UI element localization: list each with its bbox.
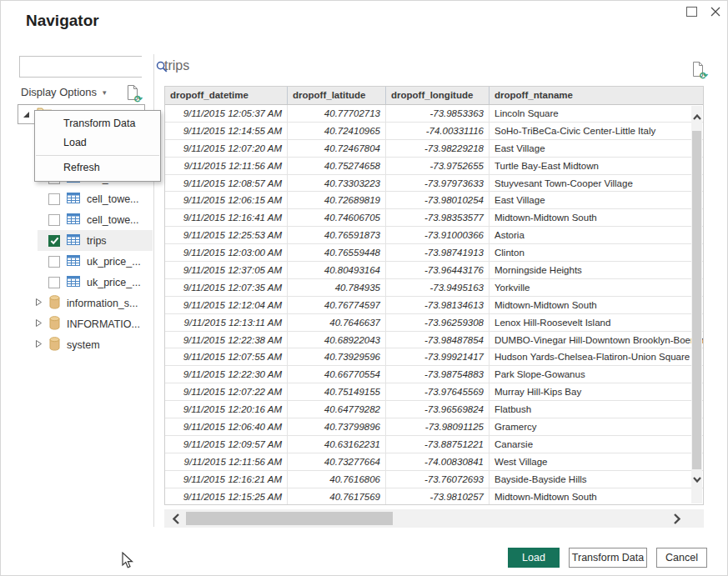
table-cell: 9/11/2015 12:07:22 AM — [165, 383, 288, 400]
checkbox[interactable] — [48, 193, 60, 205]
checkbox[interactable] — [48, 214, 60, 226]
table-cell: 9/11/2015 12:07:35 AM — [165, 279, 288, 296]
transform-data-button[interactable]: Transform Data — [569, 548, 647, 568]
table-row: 9/11/2015 12:16:41 AM40.74606705-73.9835… — [165, 209, 703, 227]
table-cell: Flatbush — [490, 401, 703, 418]
table-cell: -73.98091125 — [386, 418, 490, 435]
table-cell: 9/11/2015 12:13:11 AM — [165, 314, 288, 331]
tree-item-label: system — [67, 339, 100, 351]
chevron-right-icon[interactable] — [35, 298, 43, 309]
table-cell: Gramercy — [490, 418, 703, 435]
table-row: 9/11/2015 12:22:30 AM40.66770554-73.9875… — [165, 366, 703, 383]
vertical-scrollbar[interactable] — [691, 106, 702, 503]
table-row: 9/11/2015 12:11:56 AM40.75274658-73.9752… — [165, 158, 703, 175]
table-cell: 40.74606705 — [288, 209, 386, 226]
chevron-right-icon[interactable] — [35, 339, 43, 351]
tree-item-label: INFORMATIO... — [67, 318, 140, 330]
checkbox[interactable] — [48, 256, 60, 268]
table-cell: 40.66770554 — [288, 366, 386, 383]
chevron-right-icon[interactable] — [35, 318, 43, 330]
grid-header-row: dropoff_datetimedropoff_latitudedropoff_… — [165, 87, 703, 105]
sidebar-item-cell-towe-[interactable]: cell_towe... — [18, 188, 153, 209]
table-cell: 40.73303223 — [288, 175, 386, 192]
search-input[interactable] — [20, 57, 156, 77]
table-cell: 9/11/2015 12:11:56 AM — [165, 453, 288, 470]
checkbox[interactable] — [48, 277, 60, 288]
sidebar-item-system[interactable]: system — [18, 334, 153, 355]
sidebar-item-trips[interactable]: trips — [18, 230, 153, 251]
scroll-down-icon[interactable] — [691, 473, 702, 485]
table-cell: Midtown-Midtown South — [490, 209, 703, 226]
scroll-left-icon[interactable] — [169, 509, 183, 528]
table-cell: Bayside-Bayside Hills — [490, 471, 703, 488]
horizontal-scrollbar[interactable] — [164, 509, 704, 528]
table-cell: 9/11/2015 12:14:55 AM — [165, 123, 288, 139]
table-cell: 9/11/2015 12:11:56 AM — [165, 158, 288, 174]
table-cell: 9/11/2015 12:05:37 AM — [165, 105, 288, 122]
sidebar-item-uk-price-[interactable]: uk_price_... — [18, 251, 153, 272]
refresh-preview-icon[interactable]: ⟳ — [126, 84, 140, 101]
table-row: 9/11/2015 12:08:57 AM40.73303223-73.9797… — [165, 175, 703, 193]
table-cell: East Village — [490, 140, 703, 157]
table-cell: 9/11/2015 12:12:04 AM — [165, 297, 288, 313]
table-cell: 40.76559448 — [288, 244, 386, 261]
table-cell: SoHo-TriBeCa-Civic Center-Little Italy — [490, 123, 703, 139]
table-cell: -73.9853363 — [386, 105, 490, 122]
column-header-dropoff_datetime[interactable]: dropoff_datetime — [165, 87, 288, 104]
table-cell: -73.9495163 — [386, 279, 490, 296]
sidebar-item-uk-price-[interactable]: uk_price_... — [18, 272, 153, 293]
scroll-up-icon[interactable] — [691, 111, 702, 123]
column-header-dropoff_latitude[interactable]: dropoff_latitude — [288, 87, 386, 104]
refresh-preview-pane-icon[interactable]: ⟳ — [691, 61, 705, 78]
table-cell: -73.96443176 — [386, 262, 490, 278]
table-cell: -73.99921417 — [386, 348, 490, 365]
table-cell: -73.91000366 — [386, 227, 490, 243]
table-row: 9/11/2015 12:07:20 AM40.72467804-73.9822… — [165, 140, 703, 158]
table-cell: -73.98754883 — [386, 366, 490, 383]
table-cell: 9/11/2015 12:03:00 AM — [165, 244, 288, 261]
sidebar-item-information-s-[interactable]: information_s... — [18, 293, 153, 313]
database-icon — [49, 295, 60, 312]
maximize-icon[interactable] — [686, 7, 697, 17]
vertical-scroll-thumb[interactable] — [692, 131, 701, 469]
table-cell: -73.98487854 — [386, 332, 490, 348]
table-row: 9/11/2015 12:06:15 AM40.72689819-73.9801… — [165, 192, 703, 209]
scroll-right-icon[interactable] — [670, 509, 684, 528]
cancel-button[interactable]: Cancel — [656, 548, 707, 568]
column-header-dropoff_ntaname[interactable]: dropoff_ntaname — [490, 87, 703, 104]
table-row: 9/11/2015 12:03:00 AM40.76559448-73.9874… — [165, 244, 703, 262]
table-row: 9/11/2015 12:05:37 AM40.77702713-73.9853… — [165, 105, 703, 123]
column-header-dropoff_longitude[interactable]: dropoff_longitude — [386, 87, 490, 104]
table-cell: -73.96259308 — [386, 314, 490, 331]
context-menu: Transform DataLoadRefresh — [34, 110, 161, 182]
table-cell: 40.73277664 — [288, 453, 386, 470]
close-icon[interactable] — [709, 5, 722, 18]
table-cell: 9/11/2015 12:25:53 AM — [165, 227, 288, 243]
table-cell: 9/11/2015 12:37:05 AM — [165, 262, 288, 278]
menu-item-refresh[interactable]: Refresh — [35, 158, 160, 178]
table-icon — [67, 276, 80, 289]
horizontal-scroll-thumb[interactable] — [186, 512, 393, 525]
table-cell: 40.77702713 — [288, 105, 386, 122]
menu-item-load[interactable]: Load — [35, 133, 160, 153]
table-cell: Canarsie — [490, 436, 703, 453]
table-cell: 40.7617569 — [288, 488, 386, 505]
navigator-tree: cell_towe...cell_towe...cell_towe...trip… — [18, 168, 153, 355]
page-title: Navigator — [26, 12, 99, 30]
table-cell: Morningside Heights — [490, 262, 703, 278]
display-options-dropdown[interactable]: Display Options ▾ — [21, 86, 107, 98]
menu-item-transform-data[interactable]: Transform Data — [35, 114, 160, 133]
search-box — [19, 56, 142, 78]
chevron-down-icon: ▾ — [103, 88, 107, 97]
checkbox[interactable] — [48, 235, 60, 247]
table-cell: 40.72410965 — [288, 123, 386, 139]
load-button[interactable]: Load — [508, 548, 560, 568]
mouse-cursor — [122, 552, 134, 573]
table-cell: 40.68922043 — [288, 332, 386, 348]
table-cell: 40.80493164 — [288, 262, 386, 278]
sidebar-item-cell-towe-[interactable]: cell_towe... — [18, 209, 153, 230]
table-row: 9/11/2015 12:37:05 AM40.80493164-73.9644… — [165, 262, 703, 279]
sidebar-item-informatio-[interactable]: INFORMATIO... — [18, 313, 153, 334]
table-cell: 9/11/2015 12:20:16 AM — [165, 401, 288, 418]
tree-item-label: cell_towe... — [87, 214, 139, 226]
